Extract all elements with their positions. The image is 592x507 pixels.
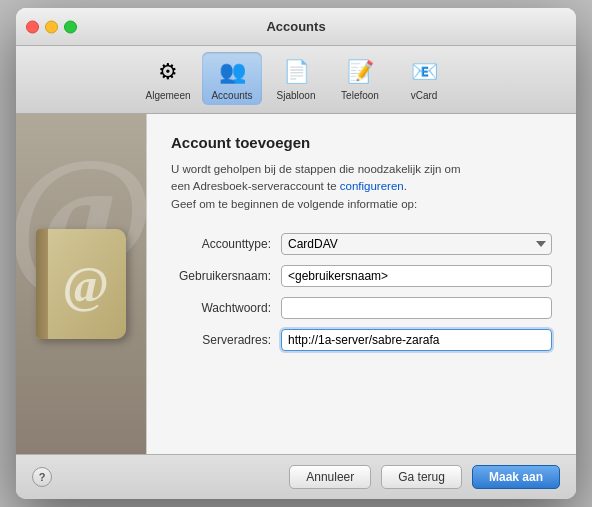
book-shape: @ bbox=[36, 229, 126, 339]
titlebar: Accounts bbox=[16, 8, 576, 46]
sidebar: @ @ bbox=[16, 114, 146, 454]
toolbar-item-accounts[interactable]: 👥 Accounts bbox=[202, 52, 262, 105]
help-button[interactable]: ? bbox=[32, 467, 52, 487]
panel-description: U wordt geholpen bij de stappen die nood… bbox=[171, 161, 552, 213]
toolbar-label-telefoon: Telefoon bbox=[341, 90, 379, 101]
desc-line2: een Adresboek-serveraccount te configure… bbox=[171, 180, 407, 192]
algemeen-icon: ⚙ bbox=[152, 56, 184, 88]
bottom-bar: ? Annuleer Ga terug Maak aan bbox=[16, 454, 576, 499]
toolbar-item-algemeen[interactable]: ⚙ Algemeen bbox=[138, 52, 198, 105]
desc-line1: U wordt geholpen bij de stappen die nood… bbox=[171, 163, 461, 175]
toolbar-item-vcard[interactable]: 📧 vCard bbox=[394, 52, 454, 105]
toolbar-item-sjabloon[interactable]: 📄 Sjabloon bbox=[266, 52, 326, 105]
bottom-buttons: Annuleer Ga terug Maak aan bbox=[289, 465, 560, 489]
form-row-accounttype: Accounttype: CardDAV CardDAV Advanced LD… bbox=[171, 233, 552, 255]
cancel-button[interactable]: Annuleer bbox=[289, 465, 371, 489]
accounttype-select[interactable]: CardDAV CardDAV Advanced LDAP bbox=[281, 233, 552, 255]
toolbar-label-accounts: Accounts bbox=[211, 90, 252, 101]
minimize-button[interactable] bbox=[45, 20, 58, 33]
main-window: Accounts ⚙ Algemeen 👥 Accounts 📄 Sjabloo… bbox=[16, 8, 576, 499]
gebruikersnaam-input[interactable] bbox=[281, 265, 552, 287]
control-gebruikersnaam bbox=[281, 265, 552, 287]
accounts-icon: 👥 bbox=[216, 56, 248, 88]
back-button[interactable]: Ga terug bbox=[381, 465, 462, 489]
desc-line3: Geef om te beginnen de volgende informat… bbox=[171, 198, 417, 210]
toolbar: ⚙ Algemeen 👥 Accounts 📄 Sjabloon 📝 Telef… bbox=[16, 46, 576, 114]
label-serveradres: Serveradres: bbox=[171, 333, 281, 347]
create-button[interactable]: Maak aan bbox=[472, 465, 560, 489]
control-wachtwoord bbox=[281, 297, 552, 319]
toolbar-item-telefoon[interactable]: 📝 Telefoon bbox=[330, 52, 390, 105]
toolbar-label-vcard: vCard bbox=[411, 90, 438, 101]
main-panel: Account toevoegen U wordt geholpen bij d… bbox=[146, 114, 576, 454]
book-at-symbol: @ bbox=[62, 255, 109, 313]
desc-configure: configureren bbox=[340, 180, 404, 192]
form-row-wachtwoord: Wachtwoord: bbox=[171, 297, 552, 319]
window-title: Accounts bbox=[266, 19, 325, 34]
control-serveradres bbox=[281, 329, 552, 351]
toolbar-label-sjabloon: Sjabloon bbox=[277, 90, 316, 101]
maximize-button[interactable] bbox=[64, 20, 77, 33]
window-controls bbox=[26, 20, 77, 33]
book-spine bbox=[36, 229, 48, 339]
form-row-gebruikersnaam: Gebruikersnaam: bbox=[171, 265, 552, 287]
label-accounttype: Accounttype: bbox=[171, 237, 281, 251]
label-wachtwoord: Wachtwoord: bbox=[171, 301, 281, 315]
form-row-serveradres: Serveradres: bbox=[171, 329, 552, 351]
serveradres-input[interactable] bbox=[281, 329, 552, 351]
sidebar-book: @ bbox=[16, 114, 146, 454]
toolbar-label-algemeen: Algemeen bbox=[145, 90, 190, 101]
panel-title: Account toevoegen bbox=[171, 134, 552, 151]
sjabloon-icon: 📄 bbox=[280, 56, 312, 88]
control-accounttype: CardDAV CardDAV Advanced LDAP bbox=[281, 233, 552, 255]
label-gebruikersnaam: Gebruikersnaam: bbox=[171, 269, 281, 283]
close-button[interactable] bbox=[26, 20, 39, 33]
content-area: @ @ Account toevoegen U wordt geholpen b… bbox=[16, 114, 576, 454]
telefoon-icon: 📝 bbox=[344, 56, 376, 88]
vcard-icon: 📧 bbox=[408, 56, 440, 88]
wachtwoord-input[interactable] bbox=[281, 297, 552, 319]
